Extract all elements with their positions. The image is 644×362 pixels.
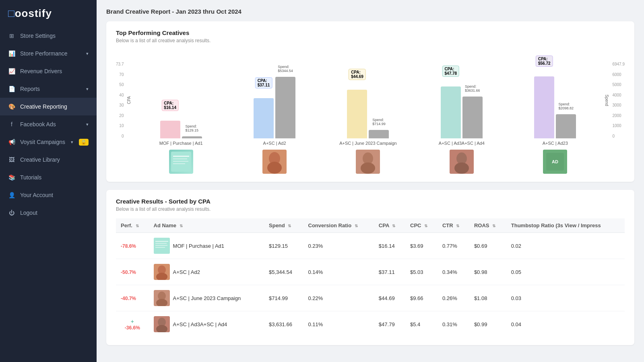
sidebar-label-revenue-drivers: Revenue Drivers — [20, 68, 62, 74]
spend-bar-ad5 — [556, 114, 576, 138]
table-header-row: Perf. ⇅ Ad Name ⇅ Spend ⇅ Conversion Rat… — [116, 218, 625, 233]
group-label-5: A+SC | Ad23 — [510, 141, 600, 146]
sidebar-item-reports[interactable]: 📄 Reports ▾ — [0, 80, 97, 98]
spend-cell-1: $129.15 — [264, 233, 303, 259]
sidebar-item-your-account[interactable]: 👤 Your Account — [0, 186, 97, 204]
grid-icon: ⊞ — [8, 32, 15, 39]
sidebar-item-logout[interactable]: ⏻ Logout — [0, 204, 97, 222]
book-icon: 📚 — [8, 174, 15, 181]
sidebar-label-creative-library: Creative Library — [20, 156, 60, 163]
sidebar-label-store-performance: Store Performance — [20, 50, 68, 57]
y-right-tick-6947: 6947.9 — [612, 62, 625, 66]
spend-label-ad3: Spend:$714.99 — [372, 118, 386, 126]
cpa-bar-ad1 — [160, 121, 180, 138]
cpa-bar-ad5 — [534, 76, 554, 138]
svg-point-10 — [361, 162, 375, 174]
sidebar-item-creative-library[interactable]: 🖼 Creative Library — [0, 151, 97, 169]
image-icon: 🖼 — [8, 156, 15, 163]
thumb-ad3 — [356, 150, 380, 174]
logo-icon: □ — [8, 7, 15, 19]
svg-rect-21 — [155, 247, 165, 248]
sidebar-label-your-account: Your Account — [20, 192, 53, 198]
main-content: Brand Creative Report - Jan 2023 thru Oc… — [97, 0, 644, 362]
thumb-group-5: AD — [510, 150, 600, 174]
thumb-ad5: AD — [543, 150, 567, 174]
conversion-cell-4: 0.11% — [303, 311, 374, 337]
sidebar-item-facebook-ads[interactable]: f Facebook Ads ▾ — [0, 115, 97, 133]
cpc-cell-3: $9.66 — [405, 285, 438, 311]
creative-results-card: Creative Results - Sorted by CPA Below i… — [106, 190, 634, 345]
chart-line-icon: 📈 — [8, 68, 15, 75]
sidebar-item-tutorials[interactable]: 📚 Tutorials — [0, 169, 97, 186]
y-right-tick-6000: 6000 — [612, 72, 621, 77]
conversion-cell-1: 0.23% — [303, 233, 374, 259]
svg-rect-20 — [155, 245, 167, 246]
y-right-tick-1000: 1000 — [612, 123, 621, 128]
table-row: + -36.6% A+SC | Ad3A+SC | Ad4 $3,631.66 — [116, 311, 625, 337]
page-title: Brand Creative Report - Jan 2023 thru Oc… — [106, 8, 634, 15]
table-row: -50.7% A+SC | Ad2 $5,344.54 0.14% $37.11… — [116, 259, 625, 285]
spend-bar-ad3 — [369, 130, 389, 138]
col-ctr[interactable]: CTR ⇅ — [438, 218, 469, 233]
y-axis-cpa-label: CPA — [127, 96, 131, 104]
sidebar-label-store-settings: Store Settings — [20, 33, 56, 39]
thumbstop-cell-2: 0.05 — [506, 259, 625, 285]
megaphone-icon: 📢 — [8, 138, 15, 146]
col-ad-name[interactable]: Ad Name ⇅ — [149, 218, 264, 233]
camera-icon: 🎨 — [8, 103, 15, 110]
col-conversion[interactable]: Conversion Ratio ⇅ — [303, 218, 374, 233]
spend-bar-ad4 — [462, 97, 483, 138]
cpa-cell-1: $16.14 — [374, 233, 405, 259]
y-right-tick-4000: 4000 — [612, 93, 621, 97]
col-spend[interactable]: Spend ⇅ — [264, 218, 303, 233]
lock-icon: 🔒 — [79, 139, 89, 146]
col-roas[interactable]: ROAS ⇅ — [469, 218, 506, 233]
cpa-label-ad1: CPA:$16.14 — [161, 100, 179, 111]
sidebar-item-store-performance[interactable]: 📊 Store Performance ▾ — [0, 45, 97, 62]
svg-rect-4 — [173, 163, 185, 164]
spend-cell-4: $3,631.66 — [264, 311, 303, 337]
ad-name-cell-4: A+SC | Ad3A+SC | Ad4 — [149, 311, 264, 337]
sidebar-item-store-settings[interactable]: ⊞ Store Settings — [0, 27, 97, 45]
facebook-icon: f — [8, 121, 15, 128]
cpa-label-ad2: CPA:$37.11 — [255, 77, 272, 88]
cpa-cell-3: $44.69 — [374, 285, 405, 311]
spend-label-ad1: Spend:$129.15 — [185, 124, 198, 132]
group-label-4: A+SC | Ad3A+SC | Ad4 — [417, 141, 506, 146]
conversion-cell-3: 0.22% — [303, 285, 374, 311]
chevron-down-icon: ▾ — [86, 51, 89, 56]
cpa-label-ad5: CPA:$56.72 — [536, 56, 553, 67]
roas-cell-4: $0.99 — [469, 311, 506, 337]
col-cpc[interactable]: CPC ⇅ — [405, 218, 438, 233]
spend-label-ad2: Spend:$5344.54 — [278, 65, 293, 73]
perf-cell-2: -50.7% — [116, 259, 149, 285]
y-tick-0: 0 — [122, 134, 124, 138]
thumb-group-3 — [323, 150, 413, 174]
sidebar-label-voysit-campaigns: Voysit Campaigns — [20, 139, 65, 145]
sidebar-item-revenue-drivers[interactable]: 📈 Revenue Drivers — [0, 62, 97, 80]
col-thumbstop[interactable]: Thumbstop Ratio (3s View / Impress — [506, 218, 625, 233]
ad-name-cell-3: A+SC | June 2023 Campaign — [149, 285, 264, 311]
perf-cell-4: + -36.6% — [116, 311, 149, 337]
cpa-cell-2: $37.11 — [374, 259, 405, 285]
col-perf[interactable]: Perf. ⇅ — [116, 218, 149, 233]
thumb-ad2 — [262, 150, 287, 174]
svg-rect-19 — [155, 243, 167, 244]
thumbstop-cell-3: 0.03 — [506, 285, 625, 311]
plus-icon: + — [121, 318, 144, 325]
sidebar-item-creative-reporting[interactable]: 🎨 Creative Reporting — [0, 98, 97, 115]
thumbstop-cell-4: 0.04 — [506, 311, 625, 337]
thumb-ad1 — [169, 150, 193, 174]
svg-point-7 — [267, 162, 282, 174]
group-label-2: A+SC | Ad2 — [230, 141, 319, 146]
col-cpa[interactable]: CPA ⇅ — [374, 218, 405, 233]
thumb-group-1 — [136, 150, 225, 174]
top-performing-card: Top Performing Creatives Below is a list… — [106, 21, 634, 182]
svg-rect-18 — [155, 241, 168, 242]
ctr-cell-2: 0.34% — [438, 259, 469, 285]
thumbstop-cell-1: 0.02 — [506, 233, 625, 259]
y-tick-73: 73.7 — [116, 62, 124, 66]
table-row: -40.7% A+SC | June 2023 Campaign $714.99… — [116, 285, 625, 311]
power-icon: ⏻ — [8, 209, 15, 216]
sidebar-item-voysit-campaigns[interactable]: 📢 Voysit Campaigns ▾ 🔒 — [0, 133, 97, 151]
